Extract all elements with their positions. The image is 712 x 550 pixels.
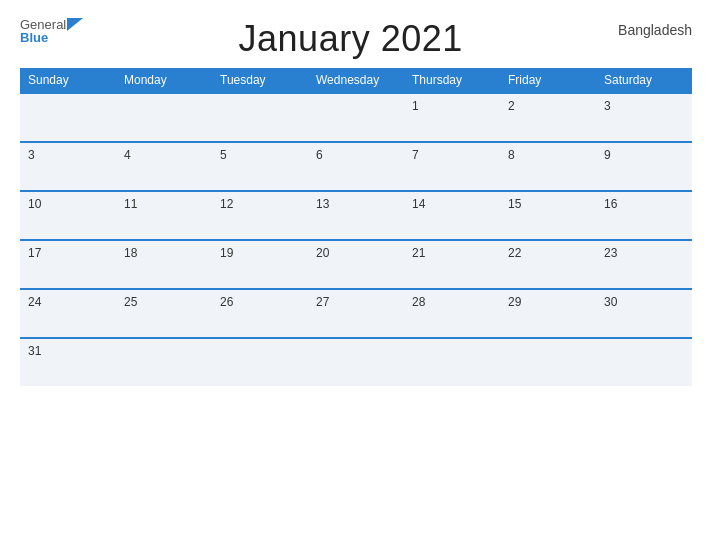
calendar-cell <box>404 338 500 386</box>
calendar-cell <box>308 338 404 386</box>
calendar-cell: 8 <box>500 142 596 191</box>
country-label: Bangladesh <box>618 18 692 38</box>
day-number: 29 <box>508 295 588 309</box>
calendar-cell: 11 <box>116 191 212 240</box>
day-of-week-header: Saturday <box>596 68 692 93</box>
day-number: 4 <box>124 148 204 162</box>
day-number: 16 <box>604 197 684 211</box>
calendar-table: SundayMondayTuesdayWednesdayThursdayFrid… <box>20 68 692 386</box>
day-of-week-header: Wednesday <box>308 68 404 93</box>
logo-blue-text: Blue <box>20 31 48 44</box>
day-number: 11 <box>124 197 204 211</box>
calendar-cell: 23 <box>596 240 692 289</box>
calendar-cell <box>212 93 308 142</box>
day-number: 23 <box>604 246 684 260</box>
calendar-cell: 28 <box>404 289 500 338</box>
day-number: 15 <box>508 197 588 211</box>
calendar-cell: 16 <box>596 191 692 240</box>
day-number: 27 <box>316 295 396 309</box>
svg-marker-0 <box>67 18 83 31</box>
calendar-cell: 4 <box>116 142 212 191</box>
calendar-cell: 7 <box>404 142 500 191</box>
logo-flag-icon <box>67 18 83 31</box>
calendar-title: January 2021 <box>83 18 618 60</box>
day-number: 17 <box>28 246 108 260</box>
day-number: 26 <box>220 295 300 309</box>
calendar-cell: 1 <box>404 93 500 142</box>
day-number: 20 <box>316 246 396 260</box>
calendar-cell: 26 <box>212 289 308 338</box>
header: General Blue January 2021 Bangladesh <box>20 18 692 60</box>
calendar-cell: 21 <box>404 240 500 289</box>
day-of-week-header: Monday <box>116 68 212 93</box>
day-number: 3 <box>604 99 684 113</box>
calendar-cell: 15 <box>500 191 596 240</box>
day-number: 12 <box>220 197 300 211</box>
calendar-cell <box>212 338 308 386</box>
calendar-week-row: 31 <box>20 338 692 386</box>
day-number: 9 <box>604 148 684 162</box>
calendar-cell: 13 <box>308 191 404 240</box>
day-number: 31 <box>28 344 108 358</box>
calendar-cell: 27 <box>308 289 404 338</box>
calendar-cell <box>500 338 596 386</box>
calendar-cell: 19 <box>212 240 308 289</box>
calendar-week-row: 123 <box>20 93 692 142</box>
calendar-cell: 2 <box>500 93 596 142</box>
day-number: 2 <box>508 99 588 113</box>
calendar-title-area: January 2021 <box>83 18 618 60</box>
calendar-page: General Blue January 2021 Bangladesh Sun… <box>0 0 712 550</box>
calendar-cell: 24 <box>20 289 116 338</box>
calendar-body: 1233456789101112131415161718192021222324… <box>20 93 692 386</box>
day-number: 24 <box>28 295 108 309</box>
calendar-week-row: 17181920212223 <box>20 240 692 289</box>
day-number: 22 <box>508 246 588 260</box>
day-number: 30 <box>604 295 684 309</box>
calendar-cell: 14 <box>404 191 500 240</box>
calendar-cell <box>116 93 212 142</box>
calendar-header: SundayMondayTuesdayWednesdayThursdayFrid… <box>20 68 692 93</box>
day-of-week-header: Tuesday <box>212 68 308 93</box>
day-number: 18 <box>124 246 204 260</box>
day-of-week-header: Friday <box>500 68 596 93</box>
calendar-cell: 29 <box>500 289 596 338</box>
calendar-cell: 5 <box>212 142 308 191</box>
day-number: 10 <box>28 197 108 211</box>
day-number: 7 <box>412 148 492 162</box>
calendar-week-row: 10111213141516 <box>20 191 692 240</box>
calendar-cell: 31 <box>20 338 116 386</box>
day-number: 25 <box>124 295 204 309</box>
day-of-week-header: Thursday <box>404 68 500 93</box>
calendar-cell <box>116 338 212 386</box>
calendar-cell: 3 <box>596 93 692 142</box>
calendar-week-row: 3456789 <box>20 142 692 191</box>
calendar-cell: 30 <box>596 289 692 338</box>
day-number: 28 <box>412 295 492 309</box>
calendar-cell: 22 <box>500 240 596 289</box>
calendar-cell: 3 <box>20 142 116 191</box>
day-number: 1 <box>412 99 492 113</box>
calendar-cell: 20 <box>308 240 404 289</box>
calendar-cell: 10 <box>20 191 116 240</box>
day-number: 3 <box>28 148 108 162</box>
calendar-cell: 17 <box>20 240 116 289</box>
calendar-cell <box>596 338 692 386</box>
day-number: 19 <box>220 246 300 260</box>
calendar-cell: 18 <box>116 240 212 289</box>
day-number: 14 <box>412 197 492 211</box>
day-number: 8 <box>508 148 588 162</box>
logo: General Blue <box>20 18 83 44</box>
calendar-cell <box>308 93 404 142</box>
calendar-cell <box>20 93 116 142</box>
day-of-week-header: Sunday <box>20 68 116 93</box>
calendar-cell: 9 <box>596 142 692 191</box>
calendar-week-row: 24252627282930 <box>20 289 692 338</box>
day-number: 6 <box>316 148 396 162</box>
days-of-week-row: SundayMondayTuesdayWednesdayThursdayFrid… <box>20 68 692 93</box>
day-number: 13 <box>316 197 396 211</box>
day-number: 21 <box>412 246 492 260</box>
calendar-cell: 6 <box>308 142 404 191</box>
calendar-cell: 12 <box>212 191 308 240</box>
calendar-cell: 25 <box>116 289 212 338</box>
day-number: 5 <box>220 148 300 162</box>
